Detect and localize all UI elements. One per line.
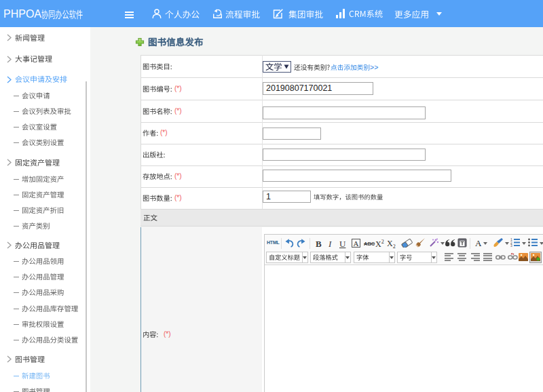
svg-text:3: 3 bbox=[510, 243, 512, 247]
